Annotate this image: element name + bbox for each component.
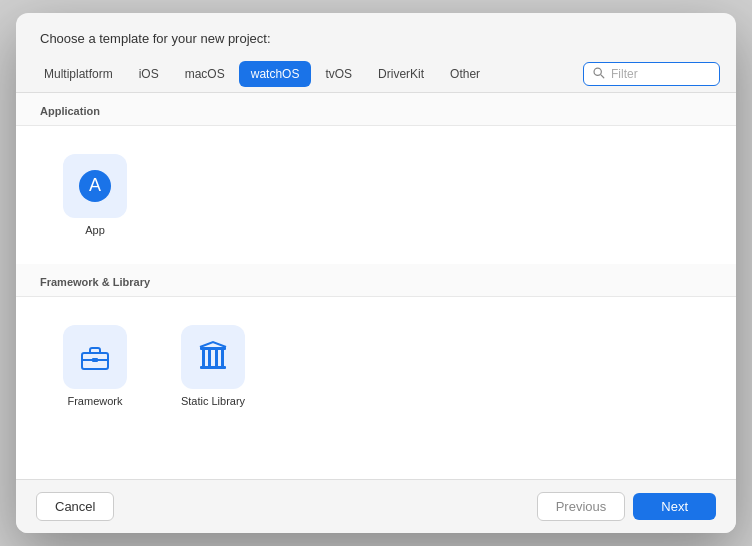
svg-rect-11 xyxy=(215,350,218,366)
framework-icon xyxy=(77,339,113,375)
footer-right: Previous Next xyxy=(537,492,716,521)
filter-wrapper xyxy=(583,62,720,86)
filter-icon xyxy=(592,66,605,82)
template-static-library[interactable]: Static Library xyxy=(158,313,268,419)
previous-button[interactable]: Previous xyxy=(537,492,626,521)
framework-label: Framework xyxy=(67,395,122,407)
app-store-icon: A xyxy=(77,168,113,204)
app-icon-wrap: A xyxy=(63,154,127,218)
tab-driverkit[interactable]: DriverKit xyxy=(366,61,436,87)
tab-ios[interactable]: iOS xyxy=(127,61,171,87)
template-framework[interactable]: Framework xyxy=(40,313,150,419)
tabs-left: Multiplatform iOS macOS watchOS tvOS Dri… xyxy=(32,61,583,87)
new-project-dialog: Choose a template for your new project: … xyxy=(16,13,736,533)
tab-other[interactable]: Other xyxy=(438,61,492,87)
section-framework-header: Framework & Library xyxy=(16,264,736,297)
tab-watchos[interactable]: watchOS xyxy=(239,61,312,87)
tab-tvos[interactable]: tvOS xyxy=(313,61,364,87)
svg-rect-12 xyxy=(221,350,224,366)
content-area: Application A App Framework & Library xyxy=(16,93,736,480)
svg-rect-8 xyxy=(200,347,226,350)
svg-rect-6 xyxy=(92,358,98,362)
filter-input[interactable] xyxy=(611,67,711,81)
footer: Cancel Previous Next xyxy=(16,480,736,533)
dialog-title: Choose a template for your new project: xyxy=(16,13,736,56)
static-library-icon xyxy=(195,339,231,375)
svg-rect-7 xyxy=(200,366,226,369)
svg-text:A: A xyxy=(89,175,101,195)
static-library-icon-wrap xyxy=(181,325,245,389)
section-application-header: Application xyxy=(16,93,736,126)
static-library-label: Static Library xyxy=(181,395,245,407)
app-label: App xyxy=(85,224,105,236)
svg-rect-9 xyxy=(202,350,205,366)
tab-macos[interactable]: macOS xyxy=(173,61,237,87)
tabs-row: Multiplatform iOS macOS watchOS tvOS Dri… xyxy=(16,56,736,93)
template-app[interactable]: A App xyxy=(40,142,150,248)
svg-point-0 xyxy=(594,68,601,75)
svg-rect-10 xyxy=(208,350,211,366)
application-grid: A App xyxy=(16,126,736,264)
tab-multiplatform[interactable]: Multiplatform xyxy=(32,61,125,87)
svg-line-1 xyxy=(601,75,604,78)
next-button[interactable]: Next xyxy=(633,493,716,520)
cancel-button[interactable]: Cancel xyxy=(36,492,114,521)
framework-icon-wrap xyxy=(63,325,127,389)
framework-grid: Framework Static Lib xyxy=(16,297,736,435)
